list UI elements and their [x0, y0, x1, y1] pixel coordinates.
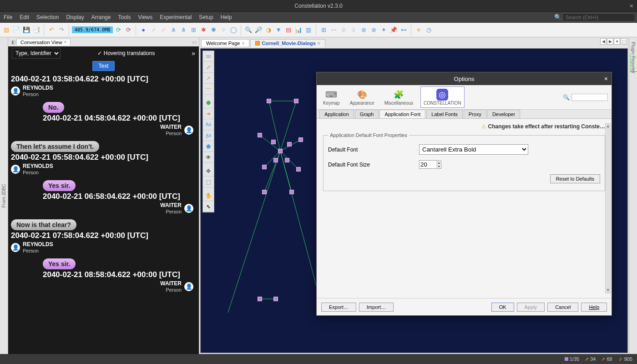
tab-developer[interactable]: Developer — [487, 110, 520, 118]
bars-icon[interactable]: ▥ — [304, 25, 313, 35]
close-icon[interactable]: × — [64, 40, 67, 45]
graph-node[interactable] — [271, 140, 276, 144]
window-close-icon[interactable]: × — [630, 2, 633, 10]
graph-node[interactable] — [278, 149, 283, 153]
nav-prev-icon[interactable]: ◀ — [600, 38, 607, 45]
graph-node[interactable] — [285, 158, 289, 162]
size-input[interactable] — [419, 160, 437, 169]
memory-indicator[interactable]: 485.9/674.0MB — [72, 26, 113, 33]
cancel-button[interactable]: Cancel — [547, 303, 578, 312]
graph-node[interactable] — [287, 142, 292, 147]
node-icon[interactable]: ● — [139, 25, 148, 35]
net4-icon[interactable]: ⊛ — [369, 25, 378, 35]
tab-application[interactable]: Application — [319, 110, 354, 118]
import-button[interactable]: Import… — [359, 303, 394, 312]
conv-selector[interactable]: Type, Identifier — [12, 48, 61, 59]
menu-arrange[interactable]: Arrange — [88, 12, 115, 22]
chart-icon[interactable]: 📊 — [294, 25, 303, 35]
close-icon[interactable]: × — [318, 41, 320, 46]
ok-button[interactable]: OK — [491, 303, 514, 312]
menu-help[interactable]: Help — [217, 12, 236, 22]
menu-experimental[interactable]: Experimental — [156, 12, 195, 22]
tree2-icon[interactable]: ♧ — [339, 25, 348, 35]
conn-icon[interactable]: ⊷ — [399, 25, 408, 35]
graph-node[interactable] — [267, 99, 271, 103]
tab-text[interactable]: Text — [92, 61, 114, 71]
menu-file[interactable]: File — [0, 12, 16, 22]
legend-icon[interactable]: ▤ — [284, 25, 293, 35]
tree-icon[interactable]: ⋔ — [169, 25, 178, 35]
pin-icon[interactable]: 📌 — [389, 25, 398, 35]
menu-edit[interactable]: Edit — [16, 12, 33, 22]
edge-icon[interactable]: ⟋ — [149, 25, 158, 35]
conv-tab[interactable]: Conversation View × — [16, 39, 71, 46]
nav-list-icon[interactable]: ▾ — [614, 38, 620, 45]
spinner-up-icon[interactable]: ▴ — [437, 161, 441, 165]
undo-icon[interactable]: ↶ — [47, 25, 56, 35]
dialog-close-icon[interactable]: × — [604, 75, 608, 82]
zoom-out-icon[interactable]: 🔎 — [254, 25, 263, 35]
menu-display[interactable]: Display — [62, 12, 87, 22]
menu-views[interactable]: Views — [134, 12, 156, 22]
graph-node[interactable] — [262, 190, 267, 194]
menu-tools[interactable]: Tools — [114, 12, 134, 22]
font-select[interactable]: Cantarell Extra Bold — [419, 144, 528, 155]
clock-icon[interactable]: ◷ — [424, 25, 433, 35]
layout1-icon[interactable]: ⟋ — [159, 25, 168, 35]
dialog-titlebar[interactable]: Options × — [317, 72, 612, 85]
close-icon[interactable]: × — [242, 41, 244, 46]
graph-node[interactable] — [289, 190, 294, 194]
graph-node[interactable] — [262, 165, 267, 169]
grid2-icon[interactable]: ⊞ — [319, 25, 328, 35]
menu-selection[interactable]: Selection — [33, 12, 62, 22]
options-search-input[interactable] — [571, 94, 608, 101]
graph-node[interactable] — [258, 133, 262, 137]
save-all-icon[interactable]: 📑 — [32, 25, 41, 35]
apply-button[interactable]: Apply — [517, 303, 545, 312]
tab-graph[interactable]: Graph — [355, 110, 379, 118]
hover-toggle[interactable]: ✓ Hovering translations — [97, 50, 155, 56]
graph-node[interactable] — [296, 167, 301, 172]
graph-node[interactable] — [273, 158, 278, 162]
refresh-icon[interactable]: ⟳ — [114, 25, 123, 35]
tab-welcome[interactable]: Welcome Page × — [201, 39, 249, 47]
chevron-right-icon[interactable]: » — [192, 50, 195, 57]
graph-node[interactable] — [294, 99, 298, 103]
zoom-in-icon[interactable]: 🔍 — [244, 25, 253, 35]
right-rail[interactable]: Plugin Reporter — [629, 37, 637, 354]
hier-icon[interactable]: ⋔ — [179, 25, 188, 35]
net2-icon[interactable]: ✱ — [209, 25, 218, 35]
align-icon[interactable]: ≡ — [414, 25, 423, 35]
dots-icon[interactable]: ⋯ — [329, 25, 338, 35]
tab-proxy[interactable]: Proxy — [464, 110, 486, 118]
net3-icon[interactable]: ⊛ — [359, 25, 368, 35]
save-icon[interactable]: 💾 — [22, 25, 31, 35]
nav-next-icon[interactable]: ▶ — [607, 38, 613, 45]
net5-icon[interactable]: ✦ — [379, 25, 388, 35]
graph-node[interactable] — [258, 297, 262, 301]
open-icon[interactable]: 📄 — [12, 25, 21, 35]
conv-list[interactable]: 2040-02-21 03:58:04.622 +00:00 [UTC] 👤 R… — [8, 72, 199, 354]
circ-icon[interactable]: ◯ — [229, 25, 238, 35]
export-button[interactable]: Export… — [321, 303, 356, 312]
graph-node[interactable] — [273, 297, 278, 301]
tree3-icon[interactable]: ♤ — [349, 25, 358, 35]
redo-icon[interactable]: ↷ — [57, 25, 66, 35]
grid-icon[interactable]: ⊞ — [189, 25, 198, 35]
minimize-icon[interactable]: ◧ — [10, 40, 16, 45]
left-rail[interactable]: From JDBC — [0, 37, 8, 354]
nav-max-icon[interactable]: ▢ — [621, 38, 627, 45]
quicksearch-input[interactable] — [562, 13, 635, 21]
menu-setup[interactable]: Setup — [195, 12, 217, 22]
spinner-down-icon[interactable]: ▾ — [437, 165, 441, 168]
cat-constellation[interactable]: ◎CONSTELLATION — [420, 86, 465, 108]
help-button[interactable]: Help — [581, 303, 607, 312]
refresh2-icon[interactable]: ⟳ — [124, 25, 133, 35]
filter-icon[interactable]: ▼ — [274, 25, 283, 35]
cat-keymap[interactable]: ⌨Keymap — [320, 87, 343, 107]
net-icon[interactable]: ✱ — [199, 25, 208, 35]
graph-node[interactable] — [298, 137, 303, 142]
tab-label-fonts[interactable]: Label Fonts — [426, 110, 462, 118]
scatter-icon[interactable]: ⁘ — [219, 25, 228, 35]
reset-button[interactable]: Reset to Defaults — [550, 174, 600, 183]
